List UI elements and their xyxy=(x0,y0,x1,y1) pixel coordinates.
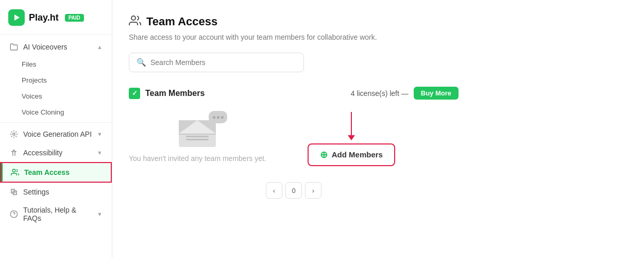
envelope-flap-left xyxy=(179,120,197,134)
envelope-lines xyxy=(186,136,209,142)
sidebar-item-voice-generation-api[interactable]: Voice Generation API ▼ xyxy=(0,125,112,143)
dot2 xyxy=(217,116,219,119)
paid-badge: PAID xyxy=(65,14,84,22)
sidebar-item-voice-cloning[interactable]: Voice Cloning xyxy=(0,104,112,120)
play-icon xyxy=(8,9,25,26)
prev-page-button[interactable]: ‹ xyxy=(266,182,282,199)
envelope-icon xyxy=(179,120,216,147)
line1 xyxy=(186,136,209,137)
svg-point-3 xyxy=(13,191,15,193)
envelope-flap-right xyxy=(197,120,216,134)
team-access-page-icon xyxy=(129,14,141,29)
page-subtitle: Share access to your account with your t… xyxy=(129,33,628,41)
sidebar-item-tutorials[interactable]: Tutorials, Help & FAQs ▼ xyxy=(0,201,112,227)
sidebar-item-settings[interactable]: Settings xyxy=(0,183,112,201)
sidebar-item-label: Settings xyxy=(23,188,49,196)
empty-icon-wrapper xyxy=(179,120,216,147)
search-input[interactable] xyxy=(150,58,296,67)
add-members-button[interactable]: ⊕ Add Members xyxy=(308,143,395,166)
sidebar-item-label: Team Access xyxy=(24,168,70,176)
empty-state: You haven't invited any team members yet… xyxy=(129,105,266,173)
logo-text: Play.ht xyxy=(29,12,59,23)
chevron-up-icon: ▲ xyxy=(97,44,103,50)
sidebar-item-voices[interactable]: Voices xyxy=(0,88,112,104)
search-bar[interactable]: 🔍 xyxy=(129,53,304,72)
sidebar-nav: AI Voiceovers ▲ Files Projects Voices Vo… xyxy=(0,35,112,230)
svg-point-2 xyxy=(12,169,15,172)
settings-icon xyxy=(9,187,19,197)
help-icon xyxy=(9,209,19,219)
svg-point-1 xyxy=(13,150,14,151)
team-members-row: ✓ Team Members 4 license(s) left — Buy M… xyxy=(129,87,459,100)
red-arrow-head xyxy=(348,135,355,140)
chevron-down-icon: ▼ xyxy=(97,150,103,156)
page-title: Team Access xyxy=(146,15,217,28)
empty-and-btn: You haven't invited any team members yet… xyxy=(129,105,459,173)
red-arrow-down xyxy=(348,112,355,140)
sidebar-item-label: Voice Generation API xyxy=(23,130,92,138)
sidebar-item-team-access[interactable]: Team Access xyxy=(0,162,112,183)
search-icon: 🔍 xyxy=(137,58,146,67)
sidebar-item-label: AI Voiceovers xyxy=(23,43,67,51)
add-members-section: ⊕ Add Members xyxy=(308,112,395,166)
license-info: 4 license(s) left — Buy More xyxy=(351,87,459,100)
sidebar-item-ai-voiceovers[interactable]: AI Voiceovers ▲ xyxy=(0,38,112,56)
sidebar-item-label: Tutorials, Help & FAQs xyxy=(23,206,92,222)
page-header: Team Access xyxy=(129,14,628,29)
buy-more-button[interactable]: Buy More xyxy=(414,87,459,100)
current-page-button[interactable]: 0 xyxy=(285,182,302,199)
license-text: 4 license(s) left — xyxy=(351,89,409,98)
add-members-label: Add Members xyxy=(332,150,383,159)
chevron-down-icon: ▼ xyxy=(97,131,103,137)
main-content: Team Access Share access to your account… xyxy=(112,0,644,258)
plus-circle-icon: ⊕ xyxy=(320,149,328,160)
sidebar: Play.ht PAID AI Voiceovers ▲ Files Proje… xyxy=(0,0,112,258)
empty-text: You haven't invited any team members yet… xyxy=(129,154,266,163)
folder-icon xyxy=(9,42,19,52)
svg-point-6 xyxy=(131,16,135,20)
dot3 xyxy=(221,116,224,119)
chevron-down-icon: ▼ xyxy=(97,211,103,217)
svg-point-0 xyxy=(13,133,15,135)
red-arrow-line xyxy=(351,112,352,135)
team-members-title: Team Members xyxy=(145,89,205,98)
team-icon xyxy=(10,168,20,177)
divider xyxy=(0,122,112,123)
api-icon xyxy=(9,130,19,139)
empty-section-wrapper: You haven't invited any team members yet… xyxy=(129,105,459,199)
next-page-button[interactable]: › xyxy=(305,182,321,199)
line2 xyxy=(186,139,209,140)
sidebar-item-label: Accessibility xyxy=(23,149,62,157)
accessibility-icon xyxy=(9,148,19,157)
check-icon: ✓ xyxy=(129,88,140,99)
logo-area: Play.ht PAID xyxy=(0,0,112,35)
dot1 xyxy=(213,116,215,119)
sidebar-item-files[interactable]: Files xyxy=(0,56,112,72)
sidebar-item-accessibility[interactable]: Accessibility ▼ xyxy=(0,143,112,162)
pagination: ‹ 0 › xyxy=(129,182,459,199)
sidebar-item-projects[interactable]: Projects xyxy=(0,72,112,88)
